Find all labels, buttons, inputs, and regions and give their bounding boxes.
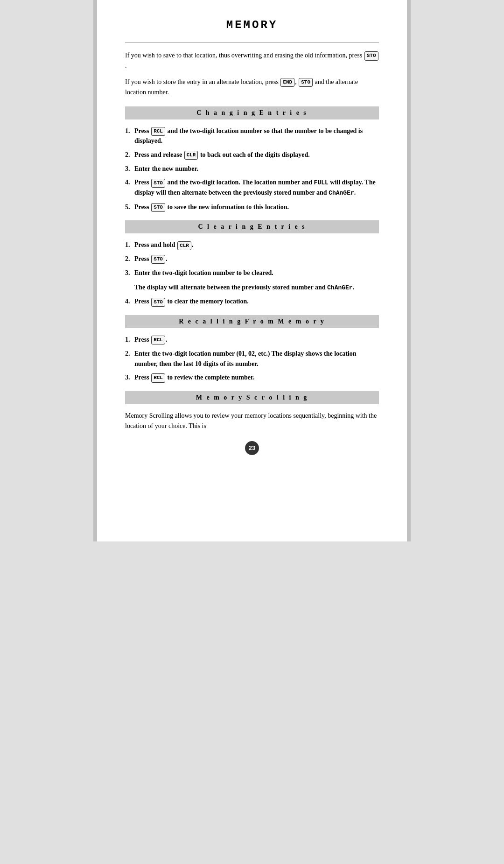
clr-key: CLR <box>184 151 198 160</box>
clearing-entries-header: C l e a r i n g E n t r i e s <box>125 220 379 233</box>
full-display: FULL <box>314 179 329 186</box>
end-key-badge: END <box>280 78 294 87</box>
rcl-key-2: RCL <box>151 336 165 344</box>
changing-entries-list: 1. Press RCL and the two-digit location … <box>125 126 379 212</box>
clearing-entries-list-2: 4. Press STO to clear the memory locatio… <box>125 296 379 307</box>
page: MEMORY If you wish to save to that locat… <box>93 0 411 541</box>
clr-key-2: CLR <box>177 241 191 250</box>
clearing-indent: The display will alternate between the p… <box>134 282 379 293</box>
sto-key-badge-2: STO <box>299 78 313 87</box>
changer-display: ChAnGEr <box>329 190 354 197</box>
sto-key-badge: STO <box>364 51 378 61</box>
rcl-key: RCL <box>151 127 165 136</box>
page-title: MEMORY <box>125 19 379 31</box>
intro-paragraph-2: If you wish to store the entry in an alt… <box>125 77 379 98</box>
changer-display-2: ChAnGEr <box>327 284 353 291</box>
sto-key: STO <box>151 179 165 188</box>
changing-entries-header: C h a n g i n g E n t r i e s <box>125 106 379 119</box>
list-item: 1. Press RCL and the two-digit location … <box>125 126 379 146</box>
list-item: 3. Enter the two-digit location number t… <box>125 268 379 278</box>
list-item: 4. Press STO to clear the memory locatio… <box>125 296 379 307</box>
list-item: 2. Press STO. <box>125 254 379 264</box>
sto-key-3: STO <box>151 255 165 264</box>
list-item: 1. Press RCL. <box>125 335 379 345</box>
recalling-header: R e c a l l i n g F r o m M e m o r y <box>125 315 379 328</box>
list-item: 2. Press and release CLR to back out eac… <box>125 150 379 160</box>
list-item: 2. Enter the two-digit location number (… <box>125 349 379 369</box>
clearing-entries-list: 1. Press and hold CLR. 2. Press STO. 3. … <box>125 240 379 278</box>
memory-scrolling-header: M e m o r y S c r o l l i n g <box>125 391 379 404</box>
list-item: 1. Press and hold CLR. <box>125 240 379 250</box>
intro-paragraph-1: If you wish to save to that location, th… <box>125 50 379 71</box>
memory-scrolling-text: Memory Scrolling allows you to review yo… <box>125 411 379 432</box>
sto-key-2: STO <box>151 203 165 212</box>
list-item: 5. Press STO to save the new information… <box>125 202 379 212</box>
list-item: 4. Press STO and the two-digit location.… <box>125 177 379 198</box>
list-item: 3. Enter the new number. <box>125 164 379 174</box>
sto-key-4: STO <box>151 298 165 307</box>
rcl-key-3: RCL <box>151 373 165 382</box>
list-item: 3. Press RCL to review the complete numb… <box>125 372 379 383</box>
page-number: 23 <box>245 441 259 455</box>
recalling-list: 1. Press RCL. 2. Enter the two-digit loc… <box>125 335 379 383</box>
divider <box>125 42 379 43</box>
